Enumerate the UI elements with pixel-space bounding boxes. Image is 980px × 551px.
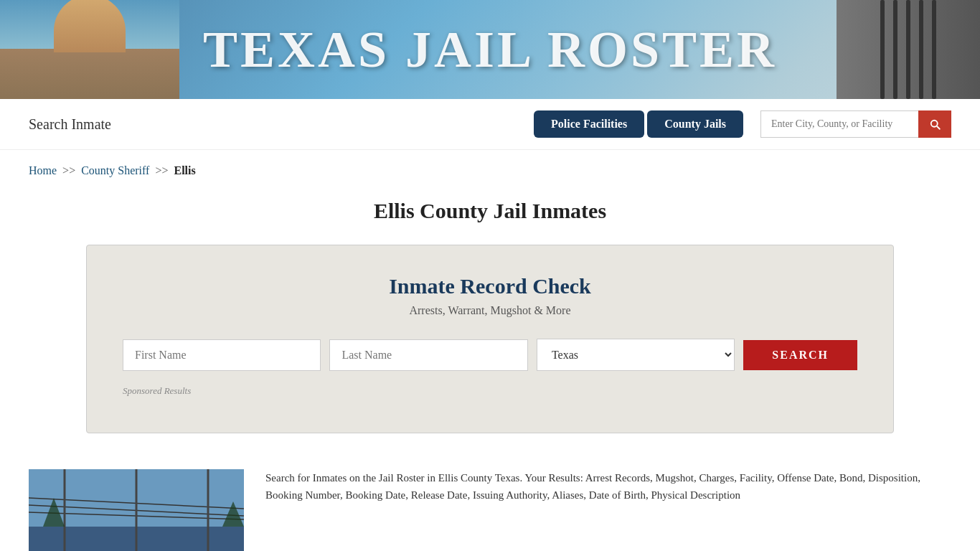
facility-search-container bbox=[760, 110, 951, 138]
first-name-input[interactable] bbox=[123, 339, 321, 371]
record-check-box: Inmate Record Check Arrests, Warrant, Mu… bbox=[86, 245, 894, 433]
search-icon bbox=[928, 118, 941, 131]
breadcrumb-current: Ellis bbox=[174, 164, 195, 177]
bar bbox=[893, 0, 897, 99]
search-button[interactable]: SEARCH bbox=[743, 340, 857, 370]
breadcrumb-county-sheriff[interactable]: County Sheriff bbox=[81, 164, 149, 177]
bar bbox=[932, 0, 936, 99]
bottom-image-svg bbox=[29, 469, 244, 551]
site-title: Texas Jail Roster bbox=[203, 20, 777, 80]
state-select[interactable]: AlabamaAlaskaArizonaArkansasCaliforniaCo… bbox=[537, 339, 735, 371]
nav-buttons: Police Facilities County Jails bbox=[534, 110, 743, 138]
header-banner: Texas Jail Roster bbox=[0, 0, 980, 99]
police-facilities-button[interactable]: Police Facilities bbox=[534, 110, 644, 138]
bar bbox=[906, 0, 910, 99]
sponsored-results-label: Sponsored Results bbox=[123, 385, 857, 397]
search-inmate-label: Search Inmate bbox=[29, 116, 519, 133]
record-check-subtitle: Arrests, Warrant, Mugshot & More bbox=[123, 304, 857, 317]
search-form-row: AlabamaAlaskaArizonaArkansasCaliforniaCo… bbox=[123, 339, 857, 371]
breadcrumb: Home >> County Sheriff >> Ellis bbox=[0, 150, 980, 184]
bottom-image bbox=[29, 469, 244, 551]
last-name-input[interactable] bbox=[329, 339, 527, 371]
jail-bars bbox=[880, 0, 936, 99]
bottom-section: Search for Inmates on the Jail Roster in… bbox=[0, 455, 980, 551]
record-check-title: Inmate Record Check bbox=[123, 274, 857, 298]
breadcrumb-sep-2: >> bbox=[155, 164, 168, 177]
bar bbox=[919, 0, 923, 99]
navbar: Search Inmate Police Facilities County J… bbox=[0, 99, 980, 150]
page-title: Ellis County Jail Inmates bbox=[29, 199, 951, 223]
breadcrumb-home[interactable]: Home bbox=[29, 164, 57, 177]
bar bbox=[880, 0, 885, 99]
page-title-section: Ellis County Jail Inmates bbox=[0, 184, 980, 245]
county-jails-button[interactable]: County Jails bbox=[647, 110, 743, 138]
breadcrumb-sep-1: >> bbox=[62, 164, 75, 177]
banner-right-image bbox=[837, 0, 980, 99]
facility-search-input[interactable] bbox=[760, 110, 918, 138]
facility-search-button[interactable] bbox=[918, 110, 951, 138]
banner-left-image bbox=[0, 0, 179, 99]
bottom-description: Search for Inmates on the Jail Roster in… bbox=[265, 469, 951, 504]
